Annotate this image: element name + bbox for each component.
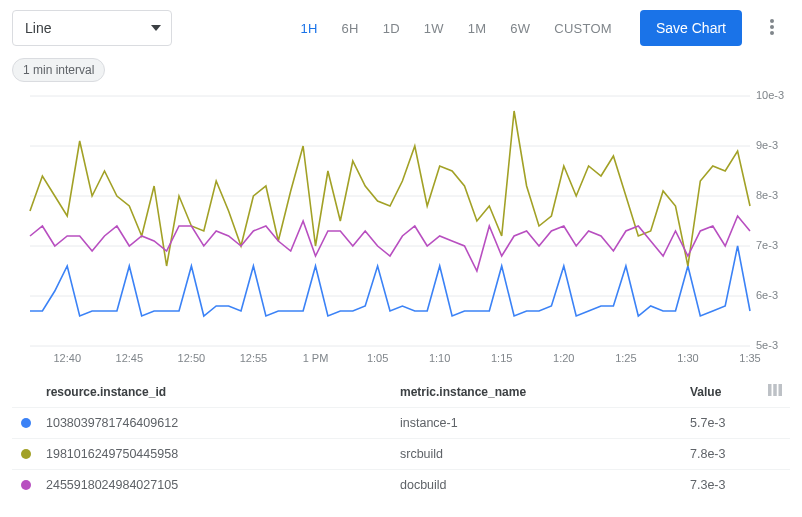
column-header-instance-id[interactable]: resource.instance_id: [40, 385, 400, 399]
svg-text:5e-3: 5e-3: [756, 339, 778, 351]
svg-text:1:25: 1:25: [615, 352, 636, 364]
svg-text:12:55: 12:55: [240, 352, 268, 364]
cell-instance-name: instance-1: [400, 416, 690, 430]
columns-icon: [768, 384, 782, 399]
line-chart[interactable]: 5e-36e-37e-38e-39e-310e-312:4012:4512:50…: [12, 90, 790, 370]
legend-table: resource.instance_id metric.instance_nam…: [12, 376, 790, 500]
svg-text:7e-3: 7e-3: [756, 239, 778, 251]
svg-text:12:45: 12:45: [116, 352, 144, 364]
legend-row[interactable]: 2455918024984027105docbuild7.3e-3: [12, 469, 790, 500]
cell-value: 7.8e-3: [690, 447, 760, 461]
cell-instance-name: srcbuild: [400, 447, 690, 461]
svg-text:1:20: 1:20: [553, 352, 574, 364]
legend-row[interactable]: 1038039781746409612instance-15.7e-3: [12, 407, 790, 438]
svg-text:12:40: 12:40: [53, 352, 81, 364]
range-tab-custom[interactable]: CUSTOM: [542, 10, 624, 46]
svg-text:10e-3: 10e-3: [756, 90, 784, 101]
legend-row[interactable]: 1981016249750445958srcbuild7.8e-3: [12, 438, 790, 469]
time-range-tabs: 1H6H1D1W1M6WCUSTOM: [288, 10, 624, 46]
series-swatch: [21, 480, 31, 490]
svg-rect-27: [768, 384, 772, 396]
column-header-instance-name[interactable]: metric.instance_name: [400, 385, 690, 399]
cell-instance-name: docbuild: [400, 478, 690, 492]
chart-type-label: Line: [25, 20, 51, 36]
range-tab-1h[interactable]: 1H: [288, 10, 329, 46]
svg-text:1:10: 1:10: [429, 352, 450, 364]
svg-point-0: [770, 19, 774, 23]
svg-point-1: [770, 25, 774, 29]
cell-instance-id: 1981016249750445958: [40, 447, 400, 461]
cell-value: 5.7e-3: [690, 416, 760, 430]
more-vert-icon: [770, 19, 774, 38]
svg-rect-29: [779, 384, 783, 396]
series-swatch: [21, 418, 31, 428]
interval-chip[interactable]: 1 min interval: [12, 58, 105, 82]
svg-text:8e-3: 8e-3: [756, 189, 778, 201]
svg-text:1:30: 1:30: [677, 352, 698, 364]
svg-point-2: [770, 31, 774, 35]
chart-type-select[interactable]: Line: [12, 10, 172, 46]
range-tab-6w[interactable]: 6W: [498, 10, 542, 46]
svg-text:6e-3: 6e-3: [756, 289, 778, 301]
more-options-button[interactable]: [754, 10, 790, 46]
svg-text:1:15: 1:15: [491, 352, 512, 364]
range-tab-1d[interactable]: 1D: [371, 10, 412, 46]
range-tab-6h[interactable]: 6H: [330, 10, 371, 46]
series-swatch: [21, 449, 31, 459]
range-tab-1w[interactable]: 1W: [412, 10, 456, 46]
save-chart-button[interactable]: Save Chart: [640, 10, 742, 46]
svg-text:1:35: 1:35: [739, 352, 760, 364]
column-settings-button[interactable]: [760, 384, 790, 399]
svg-rect-28: [773, 384, 777, 396]
cell-instance-id: 1038039781746409612: [40, 416, 400, 430]
range-tab-1m[interactable]: 1M: [456, 10, 499, 46]
svg-text:1 PM: 1 PM: [303, 352, 329, 364]
svg-text:12:50: 12:50: [178, 352, 206, 364]
cell-instance-id: 2455918024984027105: [40, 478, 400, 492]
svg-text:9e-3: 9e-3: [756, 139, 778, 151]
dropdown-icon: [151, 25, 161, 31]
cell-value: 7.3e-3: [690, 478, 760, 492]
column-header-value[interactable]: Value: [690, 385, 760, 399]
svg-text:1:05: 1:05: [367, 352, 388, 364]
